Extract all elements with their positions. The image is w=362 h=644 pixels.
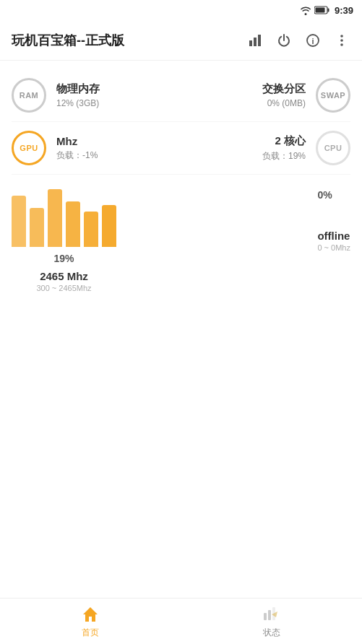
cpu-chart-range: 0 ~ 0Mhz — [317, 243, 350, 252]
svg-point-9 — [340, 39, 343, 42]
status-bar: 9:39 — [0, 0, 362, 20]
bar-3 — [66, 201, 80, 247]
status-icon — [262, 604, 282, 625]
cpu-chart-status: offline — [317, 230, 350, 242]
svg-text:i: i — [311, 36, 314, 45]
svg-point-8 — [340, 35, 343, 38]
power-icon[interactable] — [275, 32, 293, 49]
cpu-chart-block: 0% offline 0 ~ 0Mhz — [296, 189, 350, 292]
ram-left: RAM 物理内存 12% (3GB) — [12, 78, 100, 113]
gpu-chart-percent: 19% — [53, 253, 74, 264]
bar-1 — [30, 208, 44, 247]
wifi-icon — [300, 5, 311, 15]
more-icon[interactable] — [333, 32, 350, 49]
svg-rect-12 — [264, 613, 267, 620]
svg-point-10 — [340, 43, 343, 46]
swap-title: 交换分区 — [262, 82, 306, 96]
svg-rect-4 — [254, 38, 257, 46]
gpu-title: Mhz — [56, 135, 98, 147]
ram-title: 物理内存 — [56, 82, 100, 96]
svg-rect-1 — [327, 9, 329, 12]
gpu-cpu-row: GPU Mhz 负载：-1% 2 核心 负载：19% CPU — [12, 122, 350, 175]
cpu-chart-percent: 0% — [317, 189, 332, 201]
svg-rect-2 — [315, 8, 324, 13]
gpu-chart-range: 300 ~ 2465Mhz — [36, 284, 91, 292]
swap-right: 交换分区 0% (0MB) SWAP — [262, 78, 350, 113]
bar-chart-icon[interactable] — [246, 32, 264, 49]
gpu-badge: GPU — [12, 131, 46, 165]
swap-badge: SWAP — [316, 78, 350, 113]
bar-4 — [84, 212, 98, 247]
ram-swap-row: RAM 物理内存 12% (3GB) 交换分区 0% (0MB) SWAP — [12, 69, 350, 122]
cpu-right: 2 核心 负载：19% CPU — [262, 131, 350, 165]
gpu-subtitle: 负载：-1% — [56, 149, 98, 162]
swap-subtitle: 0% (0MB) — [262, 98, 306, 108]
ram-info: 物理内存 12% (3GB) — [56, 82, 100, 108]
nav-label-status: 状态 — [263, 627, 280, 639]
gpu-chart-block: 19% 2465 Mhz 300 ~ 2465Mhz — [12, 189, 116, 292]
nav-label-home: 首页 — [82, 627, 99, 639]
app-bar: 玩机百宝箱--正式版 i — [0, 20, 362, 61]
svg-marker-11 — [83, 607, 98, 622]
cpu-subtitle: 负载：19% — [262, 150, 306, 162]
bar-2 — [48, 189, 62, 247]
nav-item-status[interactable]: 状态 — [181, 599, 363, 645]
gpu-chart-mhz: 2465 Mhz — [40, 270, 88, 282]
bottom-nav: 首页 状态 — [0, 598, 362, 644]
main-content: RAM 物理内存 12% (3GB) 交换分区 0% (0MB) SWAP GP… — [0, 61, 362, 310]
svg-rect-5 — [258, 35, 261, 46]
svg-rect-13 — [268, 610, 271, 620]
status-time: 9:39 — [335, 5, 353, 16]
battery-icon — [314, 6, 330, 14]
home-icon — [80, 604, 100, 625]
swap-info: 交换分区 0% (0MB) — [262, 82, 306, 108]
gpu-left: GPU Mhz 负载：-1% — [12, 131, 98, 165]
status-icons — [300, 5, 330, 15]
cpu-info: 2 核心 负载：19% — [262, 134, 306, 162]
charts-row: 19% 2465 Mhz 300 ~ 2465Mhz 0% offline 0 … — [12, 175, 350, 301]
bar-0 — [12, 196, 26, 247]
svg-rect-3 — [249, 40, 252, 46]
bar-5 — [102, 205, 116, 247]
gpu-bar-chart — [12, 189, 116, 247]
ram-subtitle: 12% (3GB) — [56, 98, 100, 108]
nav-item-home[interactable]: 首页 — [0, 599, 181, 645]
cpu-title: 2 核心 — [262, 134, 306, 148]
cpu-badge: CPU — [316, 131, 350, 165]
ram-badge: RAM — [12, 78, 46, 113]
app-title: 玩机百宝箱--正式版 — [12, 32, 246, 49]
app-bar-actions: i — [246, 32, 350, 49]
gpu-info: Mhz 负载：-1% — [56, 135, 98, 162]
info-icon[interactable]: i — [304, 32, 322, 49]
